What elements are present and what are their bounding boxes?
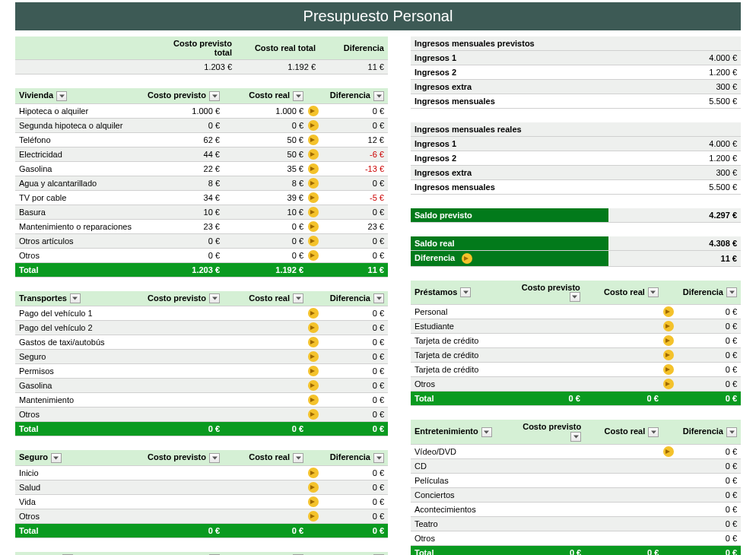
filter-dropdown-icon[interactable]: [293, 293, 303, 303]
row-real: [585, 531, 662, 545]
filter-dropdown-icon[interactable]: [293, 91, 303, 101]
filter-dropdown-icon[interactable]: [209, 453, 220, 463]
filter-dropdown-icon[interactable]: [481, 427, 492, 437]
col-prev[interactable]: Costo previsto: [140, 450, 224, 465]
table-row[interactable]: Mantenimiento o reparaciones23 €0 €23 €: [15, 219, 388, 233]
table-row[interactable]: Vida0 €: [15, 494, 388, 509]
table-row[interactable]: Agua y alcantarillado8 €8 €0 €: [15, 176, 388, 190]
row-prev: [140, 494, 224, 509]
table-row[interactable]: Teléfono62 €50 €12 €: [15, 132, 388, 147]
table-row[interactable]: Mantenimiento0 €: [15, 393, 388, 408]
table-row[interactable]: Acontecimientos0 €: [411, 502, 741, 516]
table-row[interactable]: Pago del vehículo 10 €: [15, 306, 388, 321]
col-real[interactable]: Costo real: [224, 450, 307, 465]
filter-dropdown-icon[interactable]: [373, 293, 384, 303]
filter-dropdown-icon[interactable]: [460, 287, 471, 297]
row-prev: [140, 306, 224, 321]
filter-dropdown-icon[interactable]: [648, 427, 659, 437]
filter-dropdown-icon[interactable]: [570, 432, 581, 442]
row-label: Mantenimiento: [15, 393, 140, 408]
col-diff[interactable]: Diferencia: [319, 552, 388, 555]
table-row[interactable]: Tarjeta de crédito0 €: [411, 363, 741, 377]
table-row[interactable]: CD0 €: [411, 458, 741, 473]
table-row[interactable]: Seguro0 €: [15, 350, 388, 364]
table-row[interactable]: Electricidad44 €50 €-6 €: [15, 147, 388, 161]
svg-marker-5: [212, 297, 218, 300]
col-diff[interactable]: Diferencia: [319, 88, 388, 103]
table-row[interactable]: Otros0 €: [411, 377, 741, 392]
table-row[interactable]: Tarjeta de crédito0 €: [411, 334, 741, 348]
filter-dropdown-icon[interactable]: [373, 453, 384, 463]
col-prev[interactable]: Costo previsto: [507, 420, 585, 444]
category-name[interactable]: Vivienda: [15, 88, 140, 103]
filter-dropdown-icon[interactable]: [293, 453, 303, 463]
filter-dropdown-icon[interactable]: [209, 293, 220, 303]
col-real[interactable]: Costo real: [224, 552, 307, 555]
table-row[interactable]: Vídeo/DVD0 €: [411, 444, 741, 458]
filter-dropdown-icon[interactable]: [726, 287, 737, 297]
category-name[interactable]: Seguro: [15, 450, 140, 465]
filter-dropdown-icon[interactable]: [51, 453, 62, 463]
table-row[interactable]: Otros artículos0 €0 €0 €: [15, 233, 388, 248]
col-diff[interactable]: Diferencia: [319, 450, 388, 465]
income-row[interactable]: Ingresos mensuales5.500 €: [411, 180, 741, 195]
table-row[interactable]: Otros0 €: [15, 408, 388, 422]
filter-dropdown-icon[interactable]: [373, 91, 384, 101]
table-row[interactable]: Hipoteca o alquiler1.000 €1.000 €0 €: [15, 103, 388, 118]
income-row[interactable]: Ingresos 14.000 €: [411, 51, 741, 65]
table-row[interactable]: TV por cable34 €39 €-5 €: [15, 190, 388, 205]
income-row[interactable]: Ingresos 21.200 €: [411, 65, 741, 80]
filter-dropdown-icon[interactable]: [648, 287, 659, 297]
table-row[interactable]: Inicio0 €: [15, 465, 388, 480]
col-diff[interactable]: Diferencia: [319, 291, 388, 306]
col-real[interactable]: Costo real: [224, 88, 307, 103]
table-row[interactable]: Otros0 €: [15, 509, 388, 523]
table-row[interactable]: Otros0 €: [411, 531, 741, 545]
table-row[interactable]: Gasolina22 €35 €-13 €: [15, 161, 388, 176]
table-row[interactable]: Gastos de taxi/autobús0 €: [15, 335, 388, 350]
table-row[interactable]: Permisos0 €: [15, 364, 388, 379]
filter-dropdown-icon[interactable]: [726, 427, 737, 437]
filter-dropdown-icon[interactable]: [570, 292, 580, 302]
col-prev[interactable]: Costo previsto: [505, 281, 584, 305]
table-row[interactable]: Otros0 €0 €0 €: [15, 248, 388, 262]
category-table: SeguroCosto previstoCosto realDiferencia…: [15, 450, 388, 538]
row-prev: [505, 305, 584, 319]
income-row[interactable]: Ingresos 21.200 €: [411, 151, 741, 166]
table-row[interactable]: Conciertos0 €: [411, 487, 741, 502]
col-diff[interactable]: Diferencia: [675, 281, 741, 305]
income-row[interactable]: Ingresos extra300 €: [411, 166, 741, 180]
col-prev[interactable]: Costo previsto: [140, 552, 224, 555]
col-real[interactable]: Costo real: [224, 291, 307, 306]
filter-dropdown-icon[interactable]: [209, 91, 220, 101]
col-prev[interactable]: Costo previsto: [140, 88, 224, 103]
category-name[interactable]: Transportes: [15, 291, 140, 306]
income-row[interactable]: Ingresos 14.000 €: [411, 137, 741, 151]
col-diff[interactable]: Diferencia: [675, 420, 741, 444]
filter-dropdown-icon[interactable]: [70, 293, 81, 303]
table-row[interactable]: Películas0 €: [411, 473, 741, 487]
row-prev: 34 €: [140, 190, 224, 205]
table-row[interactable]: Salud0 €: [15, 480, 388, 494]
category-name[interactable]: Préstamos: [411, 281, 505, 305]
income-row[interactable]: Ingresos extra300 €: [411, 80, 741, 94]
table-row[interactable]: Pago del vehículo 20 €: [15, 321, 388, 335]
table-row[interactable]: Teatro0 €: [411, 516, 741, 531]
col-prev[interactable]: Costo previsto: [140, 291, 224, 306]
table-row[interactable]: Personal0 €: [411, 305, 741, 319]
arrow-right-icon: [308, 366, 319, 376]
page-title: Presupuesto Personal: [15, 2, 741, 30]
income-row[interactable]: Ingresos mensuales5.500 €: [411, 94, 741, 109]
col-real[interactable]: Costo real: [585, 420, 662, 444]
table-row[interactable]: Estudiante0 €: [411, 319, 741, 334]
filter-dropdown-icon[interactable]: [56, 91, 67, 101]
category-name[interactable]: Alimentos: [15, 552, 140, 555]
table-row[interactable]: Segunda hipoteca o alquiler0 €0 €0 €: [15, 118, 388, 132]
income-prev-title: Ingresos mensuales previstos: [411, 36, 741, 51]
col-real[interactable]: Costo real: [584, 281, 662, 305]
category-name[interactable]: Entretenimiento: [411, 420, 507, 444]
table-row[interactable]: Basura10 €10 €0 €: [15, 205, 388, 219]
row-label: Tarjeta de crédito: [411, 363, 505, 377]
table-row[interactable]: Tarjeta de crédito0 €: [411, 348, 741, 363]
table-row[interactable]: Gasolina0 €: [15, 379, 388, 393]
